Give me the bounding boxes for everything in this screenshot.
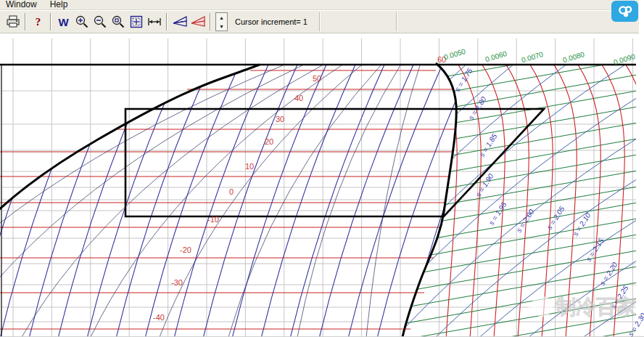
entropy-label: s = 2.05 <box>545 205 566 231</box>
toolbar-separator <box>166 13 168 31</box>
help-button[interactable]: ? <box>29 13 47 31</box>
specific-volume: 0.00500.00600.00700.00800.0090 <box>443 47 637 67</box>
fit-window-icon <box>129 15 144 29</box>
menu-item-help[interactable]: Help <box>49 0 70 9</box>
printer-icon <box>6 15 20 28</box>
cloud-app-icon <box>616 4 635 20</box>
zoom-window-icon <box>111 15 125 29</box>
stepper-down-icon[interactable]: ▼ <box>216 22 227 31</box>
w-icon: W <box>58 16 68 28</box>
toolbar-separator <box>50 13 51 31</box>
measure-width-button[interactable] <box>145 13 163 31</box>
cursor-increment-label: Cursor increment= 1 <box>228 17 316 26</box>
toolbar-separator <box>210 13 211 31</box>
question-icon: ? <box>36 16 41 28</box>
quality-lines <box>0 65 420 337</box>
specific-volume-label: 0.0070 <box>521 50 545 65</box>
watermark-text: 制冷百家 <box>555 296 637 318</box>
temperature-label: 40 <box>294 94 303 102</box>
toolbar-separator <box>396 12 397 31</box>
toolbar: ? W <box>0 11 644 33</box>
zoom-out-icon <box>93 15 107 29</box>
specific-volume-label: 0.0060 <box>484 49 508 64</box>
toolbar-separator <box>25 13 26 31</box>
temperature-label: 10 <box>245 162 254 171</box>
blue-marker-button[interactable] <box>170 13 189 31</box>
temperature-label: -20 <box>180 245 191 254</box>
specific-volume-label: 0.0050 <box>443 47 467 62</box>
zoom-out-button[interactable] <box>91 13 109 31</box>
zoom-in-button[interactable] <box>73 13 91 31</box>
temperature-label: -30 <box>171 278 183 287</box>
specific-volume-label: 0.0080 <box>562 50 586 65</box>
horizontal-measure-icon <box>147 15 162 29</box>
entropy-label: s = 2.15 <box>585 237 606 263</box>
blue-marker-icon <box>172 14 188 30</box>
zoom-in-icon <box>75 15 89 29</box>
red-marker-button[interactable] <box>189 13 207 31</box>
temperature-label: 0 <box>229 187 234 196</box>
entropy-label: s = 1.90 <box>474 172 495 198</box>
toolbar-separator <box>319 12 321 31</box>
red-marker-icon <box>190 14 206 30</box>
temperature-label: -40 <box>153 313 165 322</box>
temperature-label: 20 <box>265 137 273 146</box>
temperature-label: -10 <box>207 215 219 224</box>
menu-item-window[interactable]: Window <box>4 0 38 9</box>
fit-window-button[interactable] <box>127 13 145 31</box>
stepper-up-icon[interactable]: ▲ <box>216 13 227 22</box>
print-button[interactable] <box>4 13 22 31</box>
temperature-label: 30 <box>276 115 284 123</box>
zoom-window-button[interactable] <box>109 13 127 31</box>
wordpad-button[interactable]: W <box>54 13 73 31</box>
app-badge[interactable] <box>611 1 638 22</box>
temperature-label: 50 <box>313 74 321 83</box>
cursor-increment-stepper[interactable]: ▲ ▼ <box>215 12 228 31</box>
ph-diagram-canvas[interactable]: 6050403020100-10-20-30-40s = 1.75s = 1.8… <box>0 0 644 337</box>
menu-bar: Window Help <box>0 0 644 10</box>
right-edge-strip <box>639 0 644 38</box>
watermark: ❄制冷百家 <box>527 296 637 318</box>
entropy-label: s = 1.95 <box>487 200 508 227</box>
